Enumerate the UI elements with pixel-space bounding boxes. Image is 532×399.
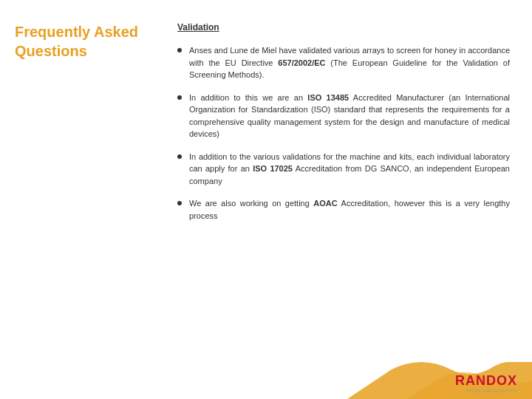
logo-area: RANDOX FOOD DIAGNOSTICS xyxy=(455,373,517,393)
page-container: Frequently Asked Questions Honey Screeni… xyxy=(0,0,532,399)
bottom-bar: RANDOX FOOD DIAGNOSTICS xyxy=(0,362,532,399)
page-title: Frequently Asked Questions xyxy=(15,22,140,61)
bullet-text: In addition to this we are an ISO 13485 … xyxy=(189,92,510,140)
list-item: In addition to this we are an ISO 13485 … xyxy=(177,92,510,140)
bullet-dot xyxy=(177,201,182,205)
bullet-text: We are also working on getting AOAC Accr… xyxy=(189,197,510,222)
bullet-list: Anses and Lune de Miel have validated va… xyxy=(177,44,510,222)
bullet-dot xyxy=(177,48,182,52)
section-title: Validation xyxy=(177,22,510,33)
logo-text: RANDOX xyxy=(455,373,517,389)
bullet-dot xyxy=(177,95,182,100)
logo-subtitle: FOOD DIAGNOSTICS xyxy=(467,389,517,393)
list-item: We are also working on getting AOAC Accr… xyxy=(177,197,510,222)
bullet-text: In addition to the various validations f… xyxy=(189,151,510,188)
bullet-dot xyxy=(177,154,182,159)
main-content: Validation Anses and Lune de Miel have v… xyxy=(155,0,532,399)
bullet-text: Anses and Lune de Miel have validated va… xyxy=(189,44,510,81)
list-item: Anses and Lune de Miel have validated va… xyxy=(177,44,510,81)
list-item: In addition to the various validations f… xyxy=(177,151,510,188)
sidebar: Frequently Asked Questions Honey Screeni… xyxy=(0,0,155,399)
